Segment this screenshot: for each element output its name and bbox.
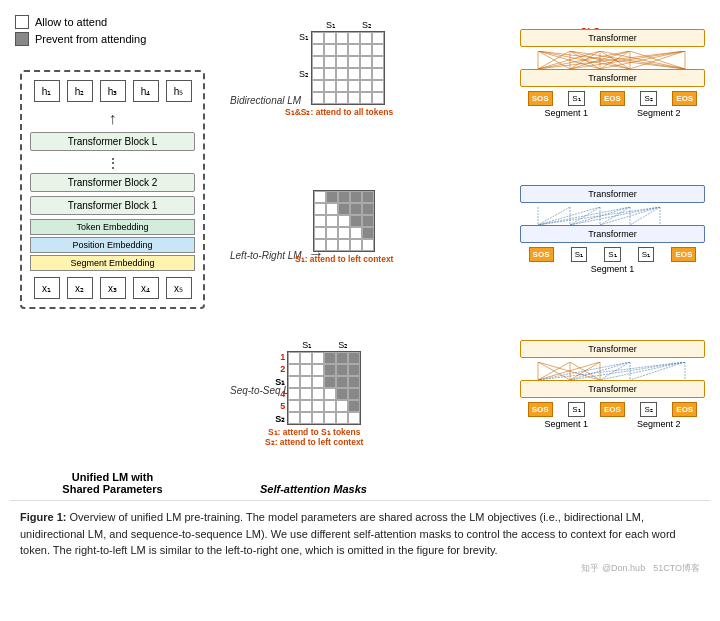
l2r-bottom-transformer: Transformer	[520, 225, 705, 243]
l2r-tok-s1a: S₁	[571, 247, 587, 262]
legend-allow-label: Allow to attend	[35, 16, 107, 28]
bi-cell-4-5	[372, 80, 384, 92]
bi-cell-1-4	[360, 44, 372, 56]
bi-seg2-label: Segment 2	[637, 108, 681, 118]
s2s-transformer-diagram: Transformer	[520, 340, 705, 429]
unified-lm-box: h₁ h₂ h₃ h₄ h₅ ↑ Transformer Block L ⋮ T…	[20, 70, 205, 309]
segment-embedding: Segment Embedding	[30, 255, 195, 271]
bi-cell-2-2	[336, 56, 348, 68]
bi-cell-4-3	[348, 80, 360, 92]
bi-cell-5-0	[312, 92, 324, 104]
watermark-zhihu: 知乎 @Don.hub	[581, 562, 645, 576]
legend: Allow to attend Prevent from attending	[15, 15, 146, 49]
legend-allow: Allow to attend	[15, 15, 146, 29]
l2r-seg1-label: Segment 1	[591, 264, 635, 274]
bi-tok-eos2: EOS	[672, 91, 697, 106]
h1-box: h₁	[34, 80, 60, 102]
bi-top-transformer: Transformer	[520, 29, 705, 47]
bi-tok-s1: S₁	[568, 91, 584, 106]
bi-cell-5-4	[360, 92, 372, 104]
unified-title-2: Shared Parameters	[20, 483, 205, 495]
bi-segment-labels: Segment 1 Segment 2	[520, 108, 705, 118]
l2r-tok-s1b: S₁	[604, 247, 620, 262]
bi-cell-1-3	[348, 44, 360, 56]
l2r-transformer-diagram: Transformer	[520, 185, 705, 274]
l2r-tok-sos: SOS	[529, 247, 554, 262]
s2s-tok-s2: S₂	[640, 402, 656, 417]
bi-cell-2-3	[348, 56, 360, 68]
bi-cell-4-1	[324, 80, 336, 92]
main-container: Allow to attend Prevent from attending h…	[0, 0, 720, 590]
bi-cell-0-2	[336, 32, 348, 44]
bi-cell-1-1	[324, 44, 336, 56]
s2s-mask-section: S₁ S₂ 1 2 S₁ 4 5 S₂	[265, 340, 363, 447]
bi-tok-eos1: EOS	[600, 91, 625, 106]
l2r-top-transformer: Transformer	[520, 185, 705, 203]
x5-box: x₅	[166, 277, 192, 299]
s2s-top-transformer: Transformer	[520, 340, 705, 358]
bi-cell-0-1	[324, 32, 336, 44]
bi-cell-3-2	[336, 68, 348, 80]
unified-title-1: Unified LM with	[20, 471, 205, 483]
svg-line-54	[570, 362, 685, 380]
svg-line-26	[538, 207, 570, 225]
s2s-segment-labels: Segment 1 Segment 2	[520, 419, 705, 429]
watermarks: 知乎 @Don.hub 51CTO博客	[20, 562, 700, 576]
h4-box: h₄	[133, 80, 159, 102]
bi-cell-1-2	[336, 44, 348, 56]
s2s-tok-eos1: EOS	[600, 402, 625, 417]
s2s-tok-eos2: EOS	[672, 402, 697, 417]
bi-cell-3-0	[312, 68, 324, 80]
transformer-block-l: Transformer Block L	[30, 132, 195, 151]
bi-cell-2-0	[312, 56, 324, 68]
legend-white-box	[15, 15, 29, 29]
l2r-segment-labels: Segment 1	[520, 264, 705, 274]
arrow-up: ↑	[30, 110, 195, 128]
bi-token-row: SOS S₁ EOS S₂ EOS	[520, 91, 705, 106]
s2s-bottom-transformer: Transformer	[520, 380, 705, 398]
bi-cell-5-5	[372, 92, 384, 104]
x3-box: x₃	[100, 277, 126, 299]
x2-box: x₂	[67, 277, 93, 299]
bi-cell-4-4	[360, 80, 372, 92]
legend-prevent: Prevent from attending	[15, 32, 146, 46]
unified-lm-label: Unified LM with Shared Parameters	[20, 471, 205, 495]
l2r-mask-section: S₁: attend to left context	[295, 190, 393, 264]
bi-cell-3-1	[324, 68, 336, 80]
s2s-seg1-label: Segment 1	[544, 419, 588, 429]
bi-cell-3-5	[372, 68, 384, 80]
embedding-rows: Token Embedding Position Embedding Segme…	[30, 219, 195, 271]
bi-transformer-diagram: CLS Transformer	[520, 15, 705, 118]
bi-grid	[311, 31, 385, 105]
caption: Figure 1: Overview of unified LM pre-tra…	[10, 500, 710, 580]
l2r-connections	[520, 207, 705, 225]
x4-box: x₄	[133, 277, 159, 299]
s2s-attend-note: S₁: attend to S₁ tokens S₂: attend to le…	[265, 427, 363, 447]
bi-cell-0-5	[372, 32, 384, 44]
legend-gray-box	[15, 32, 29, 46]
input-row: x₁ x₂ x₃ x₄ x₅	[30, 277, 195, 299]
bi-cell-4-0	[312, 80, 324, 92]
s2s-tok-sos: SOS	[528, 402, 553, 417]
legend-prevent-label: Prevent from attending	[35, 33, 146, 45]
transformer-block-1: Transformer Block 1	[30, 196, 195, 215]
h2-box: h₂	[67, 80, 93, 102]
output-row: h₁ h₂ h₃ h₄ h₅	[30, 80, 195, 102]
x1-box: x₁	[34, 277, 60, 299]
bi-grid-wrapper: S₁ S₂	[293, 31, 385, 105]
s2s-tok-s1: S₁	[568, 402, 584, 417]
bi-row-labels: S₁ S₂	[293, 31, 311, 105]
dots: ⋮	[30, 155, 195, 171]
bi-cell-2-1	[324, 56, 336, 68]
bi-col-headers: S₁ S₂	[313, 20, 385, 30]
svg-line-35	[538, 207, 660, 225]
caption-text: Overview of unified LM pre-training. The…	[20, 511, 676, 556]
l2r-grid-wrapper	[313, 190, 375, 252]
s2s-seg2-label: Segment 2	[637, 419, 681, 429]
watermark-51cto: 51CTO博客	[653, 562, 700, 576]
l2r-tok-eos: EOS	[671, 247, 696, 262]
middle-panel: Bidirectional LM → Left-to-Right LM → Se…	[230, 10, 470, 500]
s2s-col-headers: S₁ S₂	[289, 340, 361, 350]
token-embedding: Token Embedding	[30, 219, 195, 235]
self-attention-title: Self-attention Masks	[260, 483, 367, 495]
